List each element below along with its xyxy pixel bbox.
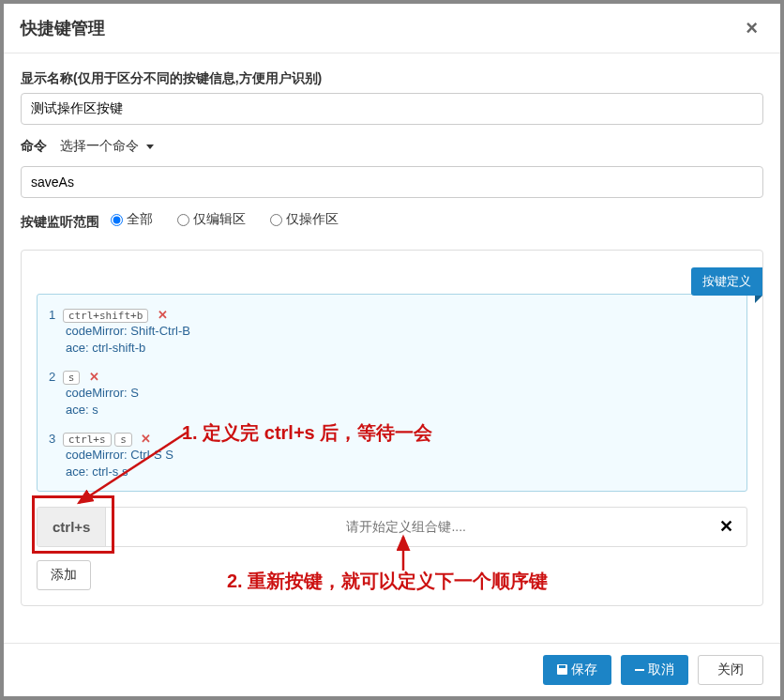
scope-radio-action[interactable]: 仅操作区 <box>270 211 339 228</box>
caret-down-icon <box>146 145 154 149</box>
delete-row-icon[interactable]: ✕ <box>158 308 168 322</box>
scope-label: 按键监听范围 <box>21 214 99 231</box>
display-name-input[interactable] <box>21 93 763 125</box>
scope-group: 按键监听范围 全部 仅编辑区 仅操作区 <box>21 211 763 236</box>
command-group: 命令 选择一个命令 <box>21 138 763 198</box>
key-list: 1 ctrl+shift+b ✕ codeMirror: Shift-Ctrl-… <box>37 294 747 492</box>
close-icon[interactable]: × <box>740 17 763 39</box>
modal-header: 快捷键管理 × <box>4 4 780 53</box>
cancel-button[interactable]: 取消 <box>621 655 688 685</box>
kbd: ctrl+shift+b <box>63 309 148 323</box>
scope-radio-all[interactable]: 全部 <box>111 211 153 228</box>
display-name-group: 显示名称(仅用于区分不同的按键信息,方便用户识别) <box>21 70 763 125</box>
save-icon <box>557 664 567 675</box>
close-button[interactable]: 关闭 <box>698 655 763 685</box>
save-button[interactable]: 保存 <box>543 655 611 685</box>
shortcut-manager-modal: 快捷键管理 × 显示名称(仅用于区分不同的按键信息,方便用户识别) 命令 选择一… <box>4 4 780 696</box>
key-row-2: 2 s ✕ codeMirror: S ace: s <box>49 366 735 428</box>
kbd: s <box>63 371 81 385</box>
display-name-label: 显示名称(仅用于区分不同的按键信息,方便用户识别) <box>21 70 322 87</box>
key-definition-panel: 按键定义 1 ctrl+shift+b ✕ codeMirror: Shift-… <box>21 250 763 606</box>
modal-title: 快捷键管理 <box>21 17 105 39</box>
command-select-text: 选择一个命令 <box>60 138 139 153</box>
modal-footer: 保存 取消 关闭 <box>4 643 780 696</box>
key-definition-badge: 按键定义 <box>691 267 762 296</box>
command-input[interactable] <box>21 166 763 198</box>
captured-key: ctrl+s <box>38 508 106 546</box>
delete-row-icon[interactable]: ✕ <box>89 370 99 384</box>
key-row-3: 3 ctrl+s s ✕ codeMirror: Ctrl-S S ace: c… <box>49 428 735 480</box>
delete-row-icon[interactable]: ✕ <box>141 432 151 446</box>
minus-icon <box>635 669 644 671</box>
modal-body: 显示名称(仅用于区分不同的按键信息,方便用户识别) 命令 选择一个命令 按键监听… <box>4 53 780 623</box>
kbd: s <box>114 433 132 447</box>
clear-capture-icon[interactable]: ✕ <box>706 508 746 546</box>
kbd: ctrl+s <box>63 433 112 447</box>
add-button[interactable]: 添加 <box>37 560 91 590</box>
command-select-dropdown[interactable]: 选择一个命令 <box>60 138 154 153</box>
capture-row: ctrl+s ✕ <box>37 507 747 547</box>
key-row-1: 1 ctrl+shift+b ✕ codeMirror: Shift-Ctrl-… <box>49 304 735 366</box>
scope-radio-editor[interactable]: 仅编辑区 <box>177 211 246 228</box>
capture-input[interactable] <box>106 508 706 546</box>
command-label: 命令 <box>21 138 47 155</box>
